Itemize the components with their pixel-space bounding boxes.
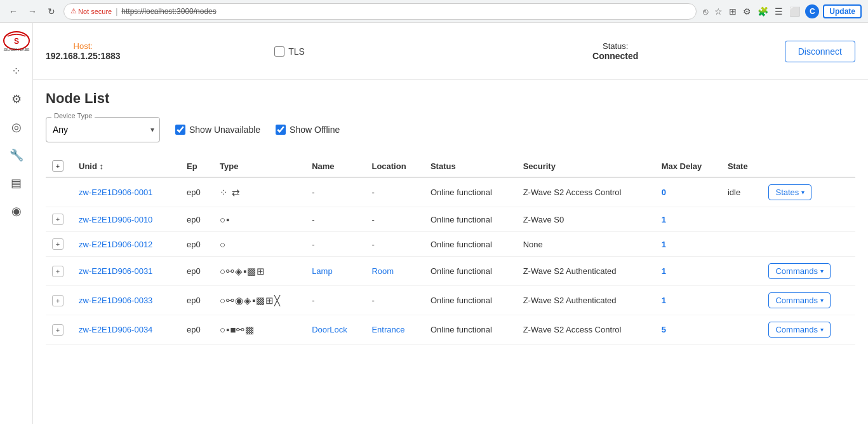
menu-icon[interactable]: ☰ [773, 5, 784, 18]
row-ep: ep0 [180, 257, 213, 286]
row-expand-cell: + [46, 286, 72, 315]
row-status: Online functional [424, 232, 517, 257]
table-row: +zw-E2E1D906-0033ep0○⚯◉◈▪▩⊞╳--Online fun… [46, 286, 855, 315]
row-ep: ep0 [180, 315, 213, 345]
col-unid[interactable]: Unid ↕ [72, 155, 180, 177]
row-unid: zw-E2E1D906-0001 [72, 177, 180, 207]
table-row: +zw-E2E1D906-0031ep0○⚯◈▪▩⊞LampRoomOnline… [46, 257, 855, 286]
row-expand-btn[interactable]: + [52, 295, 63, 306]
unid-link[interactable]: zw-E2E1D906-0033 [79, 296, 152, 305]
col-ep: Ep [180, 155, 213, 177]
row-status: Online functional [424, 257, 517, 286]
sidebar: S SILICON LABS ⁘ ⚙ ◎ 🔧 ▤ ◉ [0, 23, 33, 424]
share-icon[interactable]: ⎋ [702, 5, 709, 18]
user-avatar[interactable]: C [805, 4, 819, 18]
name-link[interactable]: Lamp [312, 266, 333, 276]
update-button[interactable]: Update [823, 4, 862, 18]
app-layout: S SILICON LABS ⁘ ⚙ ◎ 🔧 ▤ ◉ Host: 192.168… [0, 23, 868, 424]
col-state: State [721, 155, 763, 177]
states-button[interactable]: States ▾ [768, 184, 811, 200]
commands-dropdown-arrow: ▾ [820, 268, 824, 275]
show-unavailable-checkbox-label[interactable]: Show Unavailable [175, 125, 260, 135]
row-expand-btn[interactable]: + [52, 324, 63, 336]
show-offline-label: Show Offline [290, 125, 340, 135]
row-expand-btn[interactable]: + [52, 214, 63, 225]
commands-dropdown-arrow: ▾ [820, 326, 824, 333]
row-status: Online functional [424, 177, 517, 207]
row-expand-btn[interactable]: + [52, 238, 63, 250]
filters-bar: Device Type Any Switch Sensor Light Lock… [46, 117, 855, 142]
row-state [721, 207, 763, 232]
show-unavailable-label: Show Unavailable [189, 125, 260, 135]
row-name: - [305, 232, 365, 257]
row-status: Online functional [424, 286, 517, 315]
show-offline-checkbox-label[interactable]: Show Offline [276, 125, 340, 135]
row-location: - [365, 232, 424, 257]
commands-button[interactable]: Commands ▾ [768, 292, 830, 308]
row-ep: ep0 [180, 286, 213, 315]
disconnect-button[interactable]: Disconnect [785, 41, 855, 62]
back-button[interactable]: ← [6, 4, 20, 18]
row-expand-cell: + [46, 232, 72, 257]
unid-link[interactable]: zw-E2E1D906-0001 [79, 188, 152, 197]
device-type-label: Device Type [51, 112, 95, 120]
address-bar: ⚠ Not secure | https://localhost:3000/no… [63, 3, 697, 20]
row-security: Z-Wave S2 Access Control [517, 315, 655, 345]
unid-link[interactable]: zw-E2E1D906-0012 [79, 240, 152, 249]
row-name: - [305, 207, 365, 232]
row-name: - [305, 286, 365, 315]
unid-link[interactable]: zw-E2E1D906-0031 [79, 266, 152, 276]
unid-link[interactable]: zw-E2E1D906-0010 [79, 215, 152, 224]
row-max-delay: 5 [655, 315, 721, 345]
row-unid: zw-E2E1D906-0010 [72, 207, 180, 232]
browser-chrome: ← → ↻ ⚠ Not secure | https://localhost:3… [0, 0, 868, 23]
wifi-icon-btn[interactable]: ◉ [5, 200, 28, 222]
main-content: Host: 192.168.1.25:1883 TLS Status: Conn… [33, 23, 868, 424]
tls-section: TLS [133, 46, 446, 57]
show-unavailable-checkbox[interactable] [175, 125, 185, 135]
col-status: Status [424, 155, 517, 177]
stack-icon-btn[interactable]: ▤ [5, 172, 28, 195]
unid-link[interactable]: zw-E2E1D906-0034 [79, 325, 152, 334]
row-max-delay: 1 [655, 207, 721, 232]
commands-button[interactable]: Commands ▾ [768, 322, 830, 338]
device-type-select[interactable]: Any Switch Sensor Light Lock [46, 118, 159, 142]
location-link[interactable]: Room [371, 266, 394, 276]
apps-icon[interactable]: ⊞ [728, 5, 738, 18]
cast-icon[interactable]: ⬜ [788, 5, 801, 18]
row-type: ○▪■⚯▩ [213, 315, 305, 345]
row-ep: ep0 [180, 232, 213, 257]
row-name: Lamp [305, 257, 365, 286]
status-info: Status: Connected [459, 41, 772, 61]
extensions-icon[interactable]: 🧩 [756, 5, 770, 18]
row-state [721, 232, 763, 257]
row-security: Z-Wave S0 [517, 207, 655, 232]
col-action [762, 155, 855, 177]
target-icon-btn[interactable]: ◎ [5, 116, 28, 139]
reload-button[interactable]: ↻ [44, 4, 58, 18]
tls-checkbox[interactable] [274, 46, 284, 57]
row-state [721, 257, 763, 286]
host-value: 192.168.1.25:1883 [46, 51, 121, 61]
name-link[interactable]: DoorLock [312, 325, 347, 334]
wrench-icon-btn[interactable]: 🔧 [5, 144, 28, 167]
col-name: Name [305, 155, 365, 177]
svg-text:SILICON LABS: SILICON LABS [3, 48, 29, 51]
bookmark-icon[interactable]: ☆ [713, 5, 724, 18]
forward-button[interactable]: → [25, 4, 39, 18]
row-state: idle [721, 177, 763, 207]
settings-icon-btn[interactable]: ⚙ [5, 88, 28, 111]
expand-all-btn[interactable]: + [52, 160, 63, 172]
show-offline-checkbox[interactable] [276, 125, 286, 135]
col-max-delay: Max Delay [655, 155, 721, 177]
commands-button[interactable]: Commands ▾ [768, 263, 830, 279]
row-expand-cell: + [46, 257, 72, 286]
location-link[interactable]: Entrance [371, 325, 404, 334]
settings-browser-icon[interactable]: ⚙ [742, 5, 752, 18]
row-expand-btn[interactable]: + [52, 266, 63, 277]
grid-icon-btn[interactable]: ⁘ [5, 60, 28, 83]
row-max-delay: 1 [655, 286, 721, 315]
row-location: - [365, 286, 424, 315]
table-body: zw-E2E1D906-0001ep0⁘ ⇄--Online functiona… [46, 177, 855, 345]
row-security: Z-Wave S2 Authenticated [517, 257, 655, 286]
